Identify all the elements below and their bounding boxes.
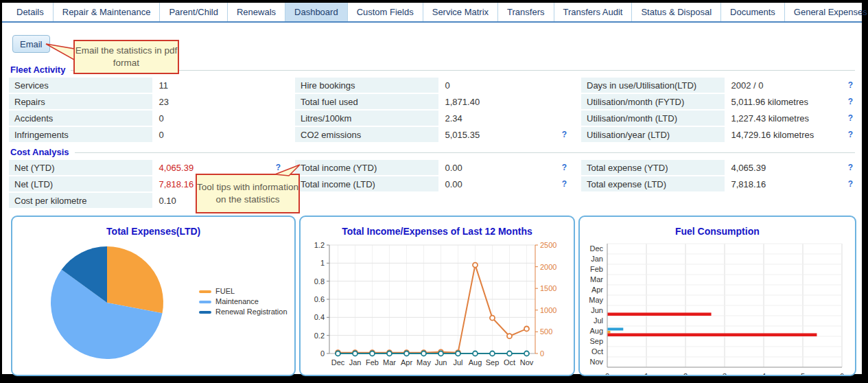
stat-label: CO2 emissions — [295, 127, 438, 142]
svg-text:Nov: Nov — [520, 358, 534, 367]
svg-text:2: 2 — [683, 372, 688, 376]
stat-label: Utilisation/month (FYTD) — [581, 94, 725, 109]
stat-value: 0.10 — [152, 196, 176, 206]
bar-chart-panel: Fuel Consumption DecJanFebMarAprMayJunJu… — [578, 216, 856, 376]
section-rule — [75, 152, 856, 153]
svg-text:4: 4 — [762, 372, 766, 376]
stat-label: Cost per kilometre — [9, 193, 152, 208]
stat-label: Total expense (YTD) — [581, 160, 725, 175]
tab-status-disposal[interactable]: Status & Disposal — [631, 3, 720, 21]
email-callout-text: Email the statistics in pdf format — [75, 45, 178, 69]
help-icon[interactable]: ? — [848, 130, 853, 139]
svg-text:Mar: Mar — [383, 358, 396, 367]
svg-text:Oct: Oct — [504, 358, 515, 367]
stat-value: 2.34 — [438, 113, 462, 124]
help-icon[interactable]: ? — [562, 163, 567, 172]
svg-text:1: 1 — [320, 259, 325, 267]
svg-text:Jun: Jun — [435, 358, 447, 367]
pie-chart-title: Total Expenses(LTD) — [12, 226, 294, 237]
stat-value: 11 — [152, 80, 169, 91]
svg-text:1000: 1000 — [540, 306, 556, 314]
svg-text:Jul: Jul — [594, 316, 603, 325]
svg-text:Maintenance: Maintenance — [215, 297, 259, 305]
tab-transfers[interactable]: Transfers — [497, 3, 553, 21]
stat-value: 1,871.40 — [438, 97, 480, 107]
income-expense-line-chart: 00.20.40.60.811.205001000150020002500Dec… — [301, 238, 573, 376]
svg-text:2500: 2500 — [540, 241, 556, 249]
stat-label: Total expense (LTD) — [581, 176, 725, 192]
help-icon[interactable]: ? — [562, 130, 567, 139]
svg-text:0: 0 — [605, 372, 609, 376]
svg-text:2000: 2000 — [540, 263, 556, 271]
tab-bar: Details Repair & Maintenance Parent/Chil… — [2, 3, 862, 23]
stat-label: Total income (YTD) — [295, 160, 438, 175]
svg-text:0.8: 0.8 — [314, 277, 325, 286]
tooltip-callout: Tool tips with information on the statis… — [196, 174, 300, 213]
section-title: Cost Analysis — [10, 147, 69, 157]
stat-row-total-fuel-used: Total fuel used 1,871.40 — [295, 94, 570, 109]
svg-text:1500: 1500 — [540, 284, 556, 292]
stat-label: Total fuel used — [295, 94, 438, 109]
stat-value: 7,818.16 — [152, 179, 194, 189]
tab-details[interactable]: Details — [8, 3, 53, 21]
stat-value: 5,015.35 — [438, 130, 480, 140]
svg-text:500: 500 — [540, 327, 552, 336]
stat-value: 0.00 — [438, 163, 462, 173]
stat-value: 0 — [438, 80, 450, 91]
stat-row-total-income-ytd: Total income (YTD) 0.00 ? — [295, 160, 570, 175]
stat-row-co2-emissions: CO2 emissions 5,015.35 ? — [295, 127, 570, 142]
stat-row-accidents: Accidents 0 — [9, 111, 284, 126]
svg-text:Jan: Jan — [349, 358, 362, 367]
tab-renewals[interactable]: Renewals — [227, 3, 285, 21]
svg-text:Mar: Mar — [590, 275, 603, 283]
stat-row-total-expense-ltd: Total expense (LTD) 7,818.16 ? — [581, 176, 856, 192]
help-icon[interactable]: ? — [848, 80, 853, 90]
svg-text:Aug: Aug — [469, 358, 482, 367]
help-icon[interactable]: ? — [562, 179, 567, 189]
tab-service-matrix[interactable]: Service Matrix — [423, 3, 497, 21]
svg-text:May: May — [417, 358, 431, 367]
empty-cell — [581, 193, 856, 208]
stat-row-days-in-use: Days in use/Utilisation(LTD) 2002 / 0 ? — [581, 78, 856, 93]
line-chart-panel: Total Income/Expenses of Last 12 Months … — [299, 216, 574, 376]
stat-label: Repairs — [9, 94, 152, 109]
tab-general-expenses[interactable]: General Expenses — [784, 3, 868, 21]
svg-text:0: 0 — [540, 349, 544, 358]
tab-parent-child[interactable]: Parent/Child — [159, 3, 227, 21]
cost-analysis-grid: Net (YTD) 4,065.39 ? Total income (YTD) … — [2, 159, 862, 211]
tab-repair-maintenance[interactable]: Repair & Maintenance — [53, 3, 160, 21]
svg-text:0.6: 0.6 — [314, 295, 325, 303]
stat-label: Total income (LTD) — [295, 176, 438, 192]
svg-text:Jun: Jun — [591, 306, 603, 314]
stat-value: 5,011.96 kilometres — [725, 97, 809, 107]
svg-text:Feb: Feb — [366, 358, 379, 367]
tab-transfers-audit[interactable]: Transfers Audit — [554, 3, 632, 21]
tab-custom-fields[interactable]: Custom Fields — [347, 3, 423, 21]
stat-value: 4,065.39 — [152, 163, 194, 173]
stat-label: Services — [9, 78, 152, 93]
svg-text:Income($): Income($) — [392, 375, 426, 376]
stat-value: 2002 / 0 — [725, 80, 764, 91]
svg-text:Sep: Sep — [589, 337, 603, 345]
svg-text:Feb: Feb — [590, 265, 603, 273]
help-icon[interactable]: ? — [848, 113, 853, 123]
tab-documents[interactable]: Documents — [720, 3, 784, 21]
dashboard-page: Details Repair & Maintenance Parent/Chil… — [2, 3, 862, 374]
svg-text:May: May — [589, 296, 603, 304]
callout-arrow — [272, 163, 301, 177]
stat-value: 7,818.16 — [725, 179, 766, 189]
stat-label: Utilisation/month (LTD) — [581, 111, 725, 126]
svg-text:1: 1 — [644, 372, 648, 376]
stat-value: 0.00 — [438, 179, 462, 189]
stat-row-services: Services 11 — [9, 78, 284, 93]
empty-cell — [295, 193, 570, 208]
svg-text:Jul: Jul — [454, 358, 463, 367]
tab-dashboard[interactable]: Dashboard — [285, 3, 347, 21]
svg-text:Oct: Oct — [591, 347, 603, 356]
help-icon[interactable]: ? — [848, 179, 853, 189]
svg-text:6: 6 — [840, 372, 844, 376]
help-icon[interactable]: ? — [848, 163, 853, 172]
svg-text:5: 5 — [801, 372, 805, 376]
help-icon[interactable]: ? — [848, 97, 853, 106]
svg-text:Jan: Jan — [591, 255, 603, 263]
